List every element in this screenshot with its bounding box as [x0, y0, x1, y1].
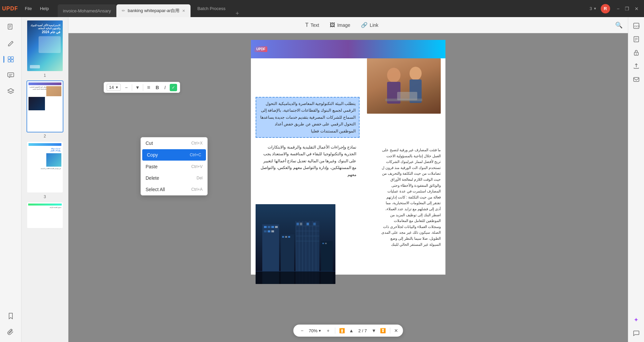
tab-banking[interactable]: ✏ banking whitepapar-ar自用 ✕	[116, 4, 191, 17]
svg-rect-26	[268, 230, 270, 232]
thumbnail-page-4[interactable]: محتوى الصفحة الرابعة	[24, 202, 65, 229]
svg-rect-17	[397, 92, 417, 100]
svg-point-12	[387, 68, 400, 82]
right-icon-mail[interactable]	[630, 73, 642, 86]
align-button[interactable]: ≡	[146, 84, 152, 91]
tool-image[interactable]: 🖼 Image	[327, 21, 353, 30]
svg-rect-6	[8, 60, 10, 62]
zoom-chevron-icon: ▼	[318, 329, 322, 333]
sidebar-icon-bookmark[interactable]	[3, 308, 18, 323]
thumb-num-3: 3	[44, 194, 46, 199]
zoom-divider	[335, 328, 335, 334]
menu-file[interactable]: File	[21, 5, 35, 12]
thumb-img-3: خدمات عملاءواتصالات أفضل نص توضيحي للصفح…	[26, 141, 63, 193]
close-button[interactable]: ✕	[635, 6, 639, 11]
add-tab-button[interactable]: +	[232, 10, 243, 17]
selected-text-content: يتطلب البيئة التكنولوجية المعاصرة والدين…	[260, 100, 356, 134]
next-page-button[interactable]: ▼	[370, 327, 378, 334]
left-sidebar	[0, 17, 21, 342]
tool-text[interactable]: T Text	[303, 21, 322, 30]
format-divider-2	[143, 84, 143, 91]
right-icon-extract[interactable]	[630, 33, 642, 45]
sidebar-icon-paperclip[interactable]	[3, 325, 18, 339]
thumbnail-page-1[interactable]: الاستراتيجية الأكثر أهمية للبنوكوالشؤون …	[24, 20, 65, 78]
page-header-image: UPDF	[251, 40, 445, 58]
right-sidebar: OCR ✦	[628, 17, 644, 342]
tab-count[interactable]: 3 ▼	[590, 6, 597, 11]
avatar[interactable]: R	[601, 4, 610, 13]
svg-point-14	[410, 67, 422, 80]
tool-text-label: Text	[311, 22, 319, 28]
tool-image-label: Image	[337, 22, 350, 28]
main-area: الاستراتيجية الأكثر أهمية للبنوكوالشؤون …	[0, 17, 644, 342]
right-icon-sparkle[interactable]: ✦	[630, 314, 642, 326]
format-divider-1	[132, 84, 132, 91]
svg-text:OCR: OCR	[634, 25, 640, 28]
thumb-img-4: محتوى الصفحة الرابعة	[26, 202, 63, 229]
tab-banking-label: banking whitepapar-ar自用	[128, 8, 180, 14]
right-icon-upload[interactable]	[630, 60, 642, 72]
close-tab-icon[interactable]: ✕	[182, 9, 185, 13]
menu-help[interactable]: Help	[37, 5, 52, 12]
context-delete[interactable]: Delete Del	[141, 172, 207, 184]
tool-link[interactable]: 🔗 Link	[358, 20, 381, 30]
font-decrease-button[interactable]: −	[123, 84, 129, 91]
link-tool-icon: 🔗	[361, 22, 368, 28]
building-image	[256, 204, 335, 284]
edit-icon: ✏	[122, 8, 125, 13]
selected-text-block[interactable]: يتطلب البيئة التكنولوجية المعاصرة والدين…	[256, 97, 360, 138]
context-select-all[interactable]: Select All Ctrl+A	[141, 184, 207, 195]
context-menu: Cut Ctrl+X Copy Ctrl+C Paste Ctrl+V Dele…	[141, 137, 208, 195]
search-icon[interactable]: 🔍	[615, 21, 623, 29]
sidebar-icon-arrow[interactable]	[3, 52, 18, 67]
zoom-out-button[interactable]: −	[298, 327, 306, 335]
thumbnail-page-2[interactable]: يتطلب البيئة التكنولوجية المعاصرة والدين…	[24, 80, 65, 138]
tabs-area: invoice-MohamedAnsary ✏ banking whitepap…	[58, 0, 243, 17]
zoom-value[interactable]: 70% ▼	[308, 328, 323, 333]
sidebar-icon-pages[interactable]	[3, 20, 18, 35]
font-dropdown-button[interactable]: ▾	[135, 83, 140, 91]
maximize-button[interactable]: ❐	[625, 6, 629, 11]
context-cut[interactable]: Cut Ctrl+X	[141, 137, 207, 149]
svg-rect-45	[300, 223, 302, 225]
zoom-bar: − 70% ▼ + ⏫ ▲ 2 / 7 ▼ ⏬ ✕	[293, 325, 403, 337]
sidebar-icon-layers[interactable]	[3, 84, 18, 99]
zoom-in-button[interactable]: +	[324, 327, 332, 335]
svg-rect-8	[8, 73, 14, 77]
app-logo[interactable]: UPDF	[0, 0, 20, 17]
right-icon-ocr[interactable]: OCR	[630, 20, 642, 32]
svg-rect-27	[271, 230, 274, 232]
page-indicator: 2 / 7	[356, 328, 369, 333]
prev-page-button[interactable]: ▲	[347, 327, 355, 334]
topbar-menu: File Help	[21, 5, 52, 12]
sidebar-icon-edit[interactable]	[3, 36, 18, 51]
svg-rect-22	[268, 226, 270, 228]
svg-rect-29	[282, 236, 284, 238]
color-swatch[interactable]: ✓	[170, 84, 177, 91]
svg-rect-50	[325, 243, 327, 244]
page-logo: UPDF	[254, 46, 267, 52]
sidebar-icon-comment[interactable]	[3, 68, 18, 83]
thumb-img-2: يتطلب البيئة التكنولوجية المعاصرة والدين…	[26, 80, 63, 132]
tab-invoice[interactable]: invoice-MohamedAnsary	[58, 4, 116, 17]
last-page-button[interactable]: ⏬	[379, 327, 387, 334]
svg-rect-5	[11, 57, 13, 59]
first-page-button[interactable]: ⏫	[338, 327, 346, 334]
right-icon-chat[interactable]	[630, 327, 642, 339]
thumbnail-page-3[interactable]: خدمات عملاءواتصالات أفضل نص توضيحي للصفح…	[24, 141, 65, 199]
close-zoom-bar-button[interactable]: ✕	[394, 328, 398, 333]
font-size-selector[interactable]: 14 ▼	[107, 84, 121, 91]
minimize-button[interactable]: −	[617, 6, 620, 11]
pdf-page-area[interactable]: 14 ▼ − ▾ ≡ B I ✓ UPDF	[68, 33, 628, 342]
pdf-page: UPDF	[251, 40, 445, 275]
tab-batch[interactable]: Batch Process	[191, 0, 232, 17]
svg-rect-23	[271, 226, 274, 228]
svg-rect-7	[11, 60, 13, 62]
image-tool-icon: 🖼	[330, 22, 335, 28]
italic-button[interactable]: I	[163, 84, 167, 91]
context-copy[interactable]: Copy Ctrl+C	[142, 149, 206, 161]
context-paste[interactable]: Paste Ctrl+V	[141, 161, 207, 172]
bold-button[interactable]: B	[154, 84, 160, 91]
right-icon-lock[interactable]	[630, 47, 642, 59]
checkmark-icon: ✓	[172, 85, 175, 90]
